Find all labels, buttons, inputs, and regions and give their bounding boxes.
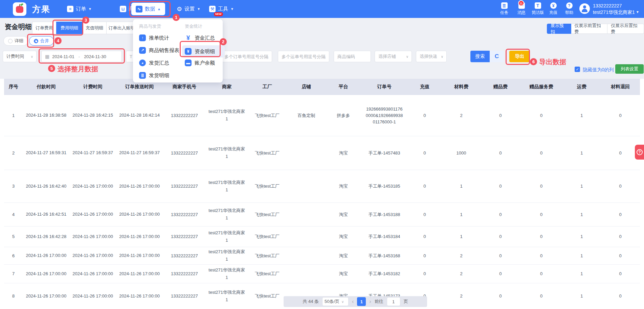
table-cell: 0 — [408, 264, 442, 283]
nav-tool-recharge[interactable]: ¥充值 — [546, 2, 561, 16]
next-page-button[interactable]: › — [369, 299, 371, 305]
user-menu-caret-icon[interactable]: ▼ — [636, 10, 639, 14]
help-floating-tab[interactable]: ? — [635, 145, 644, 160]
table-cell: 拼多多 — [326, 95, 361, 136]
hide-zero-checkbox[interactable]: ✓ — [575, 67, 580, 72]
table-col-header: 材料退回 — [601, 79, 640, 95]
nav-item-order[interactable]: ≡订单▼ — [67, 0, 92, 18]
table-cell: 8 — [4, 283, 23, 309]
menu-item-label: 资金汇总 — [195, 35, 215, 41]
date-end: 2024-11-30 — [84, 54, 106, 59]
recharge-icon: ¥ — [550, 2, 557, 9]
table-cell: 百鱼定制 — [287, 95, 326, 136]
table-cell: test271华强北商家1 — [206, 226, 248, 247]
total-count: 共 44 条 — [303, 299, 319, 305]
table-cell: 0 — [520, 247, 563, 264]
order-no-input[interactable] — [221, 51, 272, 62]
goto-page-input[interactable] — [387, 297, 400, 306]
table-cell: 0 — [408, 247, 442, 264]
menu-item-账户余额[interactable]: ▬账户余额 — [185, 58, 226, 68]
funds-table-zone: 序号付款时间计费时间订单推送时间商家手机号商家工厂店铺平台订单号充值材料费赠品费… — [0, 79, 644, 309]
table-cell: 6 — [4, 247, 23, 264]
table-col-header: 赠品费 — [481, 79, 520, 95]
refresh-button[interactable]: C — [490, 51, 504, 62]
menu-item-发货明细[interactable]: ≣发货明细 — [139, 70, 180, 80]
sales-report-icon: ↗ — [139, 47, 146, 54]
task-icon: ≣ — [501, 2, 508, 9]
calendar-icon: ▦ — [45, 54, 49, 59]
radio-label: 合并 — [40, 38, 49, 44]
table-cell: 5 — [4, 226, 23, 247]
export-button[interactable]: 导出 — [509, 51, 530, 62]
menu-item-资金明细[interactable]: ¥资金明细 — [182, 45, 225, 57]
table-cell: 2 — [442, 95, 481, 136]
table-cell: 0 — [601, 264, 640, 283]
table-cell: 2024-11-26 17:00:00 — [116, 247, 163, 264]
table-cell: 2024-11-26 17:00:00 — [23, 264, 69, 283]
menu-item-label: 账户余额 — [195, 60, 215, 66]
table-cell: 手工单-1453184 — [361, 226, 408, 247]
nav-tool-task[interactable]: ≣任务 — [496, 2, 512, 16]
menu-item-商品销售报表[interactable]: ↗商品销售报表 — [139, 45, 180, 55]
avatar[interactable] — [579, 3, 590, 14]
view-btn-仅展示后置扣费[interactable]: 仅展示后置扣费 — [607, 24, 644, 34]
table-cell: 1 — [562, 95, 601, 136]
view-btn-仅展示前置扣费[interactable]: 仅展示前置扣费 — [571, 24, 608, 34]
data-icon: ∿ — [136, 6, 142, 13]
nav-tool-help[interactable]: ?帮助 — [561, 2, 577, 16]
table-cell: 0 — [601, 136, 640, 170]
table-cell: 2024-11-26 17:00:00 — [116, 170, 163, 203]
table-cell — [287, 226, 326, 247]
tracking-no-input[interactable] — [278, 51, 329, 62]
table-cell: 13322222227 — [163, 170, 206, 203]
data-dropdown-menu: 商品与发货↑推单统计↗商品销售报表◕发货汇总≣发货明细资金统计¥资金汇总¥资金明… — [133, 19, 223, 82]
current-page-button[interactable]: 1 — [357, 297, 366, 306]
prev-page-button[interactable]: ‹ — [352, 299, 354, 305]
table-cell: 13322222227 — [163, 226, 206, 247]
express-select[interactable]: 选择快递 ∨ — [416, 51, 447, 62]
sku-code-input[interactable] — [334, 51, 371, 62]
table-col-header: 运费 — [562, 79, 601, 95]
page-size-select[interactable]: 50条/页 ∨ — [322, 297, 349, 306]
table-cell: test271华强北商家1 — [206, 203, 248, 226]
table-cell: 1926669938011760000&192666993801176000-1 — [361, 95, 408, 136]
table-settings-button[interactable]: 列表设置 — [615, 64, 644, 74]
nav-tool-message[interactable]: ⋯11消息 — [514, 2, 529, 16]
radio-合并[interactable]: 合并 — [29, 36, 54, 46]
view-btn-展示预扣[interactable]: 展示预扣 — [547, 24, 571, 34]
page-title: 资金明细 — [5, 22, 32, 31]
table-cell: 0 — [520, 264, 563, 283]
table-cell: 1 — [562, 136, 601, 170]
table-cell: 2 — [442, 283, 481, 309]
table-cell: 手工单-1453182 — [361, 264, 408, 283]
nav-tool-simple[interactable]: T简洁版 — [530, 2, 546, 16]
table-row: 72024-11-26 17:00:002024-11-26 17:00:002… — [4, 264, 640, 283]
menu-section-header: 商品与发货 — [139, 23, 161, 29]
nav-tool-label: 任务 — [500, 10, 508, 16]
radio-详细[interactable]: 详细 — [3, 36, 28, 46]
date-range-picker[interactable]: ▦ 2024-11-01 - 2024-11-30 — [41, 51, 122, 62]
time-type-select[interactable]: 计费时间 ∨ — [3, 51, 37, 62]
table-cell: 2024-11-26 17:00:00 — [69, 203, 116, 226]
table-cell: 2024-11-26 17:00:00 — [69, 283, 116, 309]
menu-item-推单统计[interactable]: ↑推单统计 — [139, 33, 180, 43]
tab-费用明细[interactable]: 费用明细 — [56, 22, 83, 34]
nav-item-settings[interactable]: ⚙设置▼ — [177, 0, 200, 18]
brand-logo-icon[interactable] — [13, 2, 26, 16]
table-cell: 0 — [520, 170, 563, 203]
tab-订单费用[interactable]: 订单费用 — [32, 22, 57, 34]
table-cell: 手工单-1453168 — [361, 247, 408, 264]
nav-tool-label: 消息 — [517, 10, 526, 16]
menu-item-发货汇总[interactable]: ◕发货汇总 — [139, 58, 180, 68]
nav-item-label: 订单 — [76, 6, 86, 12]
table-cell: 0 — [520, 203, 563, 226]
search-button[interactable]: 搜索 — [470, 51, 490, 62]
tools-icon: ⚒ — [209, 6, 216, 12]
annotation-step-4: 4 — [54, 37, 62, 44]
help-icon: ? — [566, 2, 573, 9]
nav-item-data[interactable]: ∿数据▲ — [131, 3, 165, 15]
shop-select[interactable]: 选择店铺 ∨ — [375, 51, 412, 62]
radio-label: 详细 — [15, 38, 23, 44]
table-col-header: 序号 — [4, 79, 23, 95]
table-cell: 2024-11-27 16:59:31 — [23, 136, 69, 170]
